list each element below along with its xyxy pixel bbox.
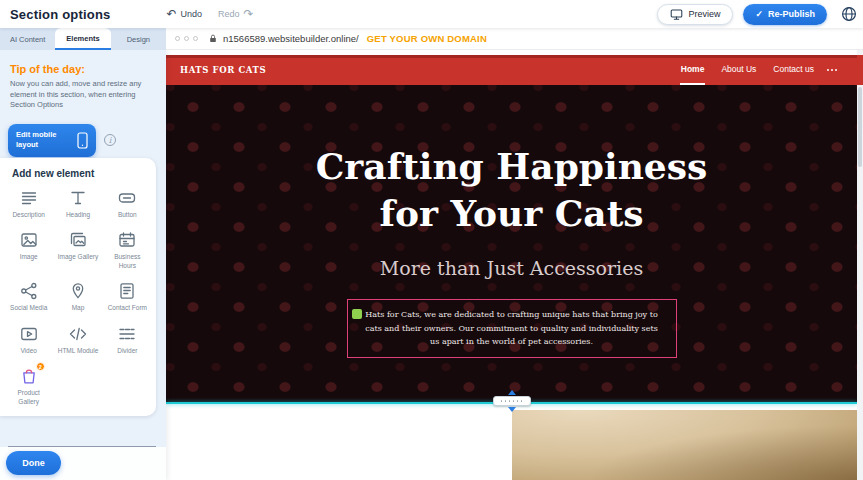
element-label: Image Gallery bbox=[58, 253, 98, 261]
element-description[interactable]: Description bbox=[4, 188, 53, 219]
undo-button[interactable]: ↶ Undo bbox=[167, 8, 203, 20]
element-product-gallery[interactable]: 2 Product Gallery bbox=[4, 366, 53, 406]
map-icon bbox=[68, 281, 88, 301]
edit-mobile-layout-label: Edit mobile layout bbox=[16, 130, 68, 150]
element-label: Divider bbox=[117, 347, 137, 355]
element-label: Description bbox=[12, 211, 45, 219]
product-gallery-icon: 2 bbox=[19, 366, 39, 386]
nav-about-us[interactable]: About Us bbox=[720, 55, 757, 85]
tip-of-the-day-title: Tip of the day: bbox=[10, 63, 156, 75]
monitor-icon bbox=[670, 8, 683, 21]
redo-icon: ↷ bbox=[244, 8, 254, 20]
tab-label: Elements bbox=[66, 34, 99, 43]
text-element-handle[interactable] bbox=[352, 309, 362, 319]
divider-icon bbox=[117, 324, 137, 344]
site-nav: Home About Us Contact us bbox=[680, 55, 815, 85]
republish-button[interactable]: ✓ Re-Publish bbox=[743, 4, 827, 25]
window-dot-icon bbox=[193, 36, 198, 41]
undo-label: Undo bbox=[181, 9, 203, 19]
tab-label: Design bbox=[127, 35, 150, 44]
element-label: Button bbox=[118, 211, 137, 219]
site-header[interactable]: HATS FOR CATS Home About Us Contact us bbox=[166, 55, 857, 85]
redo-button[interactable]: Redo ↷ bbox=[218, 8, 254, 20]
element-label: Map bbox=[72, 304, 85, 312]
scrollbar-thumb[interactable] bbox=[858, 87, 862, 167]
add-new-element-title: Add new element bbox=[12, 168, 152, 179]
tab-elements[interactable]: Elements bbox=[55, 28, 110, 50]
scrollbar-header-segment bbox=[857, 55, 863, 85]
element-button[interactable]: Button bbox=[103, 188, 152, 219]
undo-icon: ↶ bbox=[167, 8, 177, 20]
lock-icon bbox=[208, 33, 218, 44]
element-label: HTML Module bbox=[58, 347, 99, 355]
image-gallery-icon bbox=[68, 230, 88, 250]
hero-subtitle[interactable]: More than Just Accessories bbox=[166, 257, 857, 279]
element-label: Business Hours bbox=[105, 253, 149, 270]
section-resize-handle[interactable] bbox=[493, 390, 531, 412]
resize-grip-icon bbox=[493, 396, 531, 406]
edit-mobile-layout-button[interactable]: Edit mobile layout bbox=[8, 124, 96, 157]
element-html-module[interactable]: HTML Module bbox=[53, 324, 102, 355]
element-social-media[interactable]: Social Media bbox=[4, 281, 53, 312]
business-hours-icon bbox=[117, 230, 137, 250]
info-icon[interactable]: i bbox=[104, 134, 116, 146]
hero-section[interactable]: Crafting Happiness for Your Cats More th… bbox=[166, 85, 857, 403]
image-icon bbox=[19, 230, 39, 250]
canvas-scrollbar[interactable] bbox=[857, 50, 863, 480]
preview-label: Preview bbox=[688, 9, 720, 19]
redo-label: Redo bbox=[218, 9, 240, 19]
section-options-panel: Tip of the day: Now you can add, move an… bbox=[0, 50, 166, 480]
site-canvas: HATS FOR CATS Home About Us Contact us C… bbox=[166, 50, 857, 480]
preview-button[interactable]: Preview bbox=[657, 4, 733, 25]
hero-title[interactable]: Crafting Happiness for Your Cats bbox=[312, 143, 712, 237]
window-dot-icon bbox=[184, 36, 189, 41]
social-media-icon bbox=[19, 281, 39, 301]
tab-label: AI Content bbox=[10, 35, 45, 44]
element-label: Contact Form bbox=[108, 304, 147, 312]
republish-label: Re-Publish bbox=[768, 9, 815, 19]
browser-address-bar: n1566589.websitebuilder.online/ GET YOUR… bbox=[166, 28, 863, 50]
element-image[interactable]: Image bbox=[4, 230, 53, 270]
element-label: Video bbox=[20, 347, 37, 355]
element-label: Image bbox=[20, 253, 38, 261]
html-module-icon bbox=[68, 324, 88, 344]
element-business-hours[interactable]: Business Hours bbox=[103, 230, 152, 270]
done-button[interactable]: Done bbox=[6, 451, 61, 475]
element-grid: Description Heading Button Image bbox=[4, 188, 152, 406]
hero-paragraph-box[interactable]: Hats for Cats, we are dedicated to craft… bbox=[347, 299, 677, 358]
globe-icon[interactable] bbox=[841, 6, 857, 22]
element-map[interactable]: Map bbox=[53, 281, 102, 312]
phone-icon bbox=[77, 132, 88, 149]
element-video[interactable]: Video bbox=[4, 324, 53, 355]
window-dot-icon bbox=[175, 36, 180, 41]
contact-form-icon bbox=[117, 281, 137, 301]
page-title: Section options bbox=[10, 7, 111, 22]
element-label: Product Gallery bbox=[7, 389, 51, 406]
resize-down-arrow-icon bbox=[508, 407, 516, 412]
element-contact-form[interactable]: Contact Form bbox=[103, 281, 152, 312]
element-heading[interactable]: Heading bbox=[53, 188, 102, 219]
element-image-gallery[interactable]: Image Gallery bbox=[53, 230, 102, 270]
element-label: Social Media bbox=[10, 304, 47, 312]
resize-up-arrow-icon bbox=[508, 390, 516, 395]
get-your-own-domain-link[interactable]: GET YOUR OWN DOMAIN bbox=[367, 33, 487, 44]
add-new-element-card: Add new element Description Heading Butt… bbox=[0, 158, 156, 416]
nav-home[interactable]: Home bbox=[680, 55, 706, 85]
element-divider[interactable]: Divider bbox=[103, 324, 152, 355]
check-icon: ✓ bbox=[755, 9, 763, 19]
button-icon bbox=[117, 188, 137, 208]
site-url[interactable]: n1566589.websitebuilder.online/ bbox=[223, 33, 359, 44]
next-section-image[interactable] bbox=[512, 410, 857, 480]
hero-paragraph: Hats for Cats, we are dedicated to craft… bbox=[365, 310, 658, 346]
site-logo[interactable]: HATS FOR CATS bbox=[180, 65, 266, 75]
editor-topbar: Section options ↶ Undo Redo ↷ Preview ✓ … bbox=[0, 0, 863, 28]
panel-tabs: AI Content Elements Design bbox=[0, 28, 166, 50]
nav-more-icon[interactable] bbox=[827, 55, 837, 85]
description-icon bbox=[19, 188, 39, 208]
heading-icon bbox=[68, 188, 88, 208]
tab-ai-content[interactable]: AI Content bbox=[0, 28, 55, 50]
tip-of-the-day-body: Now you can add, move and resize any ele… bbox=[10, 79, 152, 111]
new-count-badge: 2 bbox=[36, 362, 45, 371]
nav-contact-us[interactable]: Contact us bbox=[772, 55, 815, 85]
tab-design[interactable]: Design bbox=[111, 28, 166, 50]
